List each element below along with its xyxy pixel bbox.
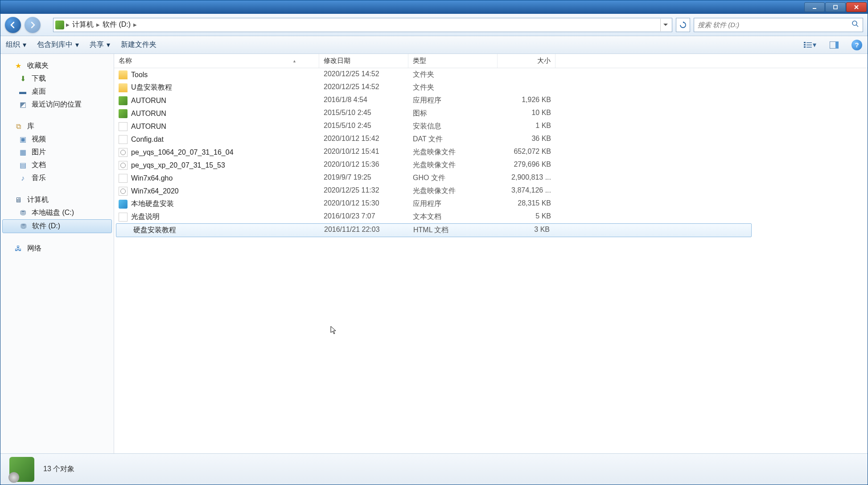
- library-icon: ⧉: [14, 122, 23, 131]
- breadcrumb-arrow-icon[interactable]: ▶: [66, 22, 70, 27]
- sidebar-music[interactable]: ♪ 音乐: [0, 172, 114, 185]
- file-name: pe_yqs_1064_20_07_31_16_04: [131, 148, 234, 156]
- sort-indicator-icon: ▲: [292, 59, 296, 63]
- file-type-icon: [119, 174, 128, 183]
- file-row[interactable]: Tools2020/12/25 14:52文件夹: [114, 68, 868, 81]
- column-type[interactable]: 类型: [408, 54, 498, 68]
- file-size: [498, 82, 555, 93]
- file-type: 文件夹: [408, 82, 498, 93]
- breadcrumb-arrow-icon[interactable]: ▶: [133, 22, 137, 27]
- navigation-sidebar: ★ 收藏夹 ⬇ 下载 ▬ 桌面 ◩ 最近访问的位置 ⧉: [0, 54, 114, 453]
- file-list-area[interactable]: 名称 ▲ 修改日期 类型 大小 Tools2020/12/25 14:52文件夹…: [114, 54, 868, 453]
- sidebar-libraries[interactable]: ⧉ 库: [0, 120, 114, 133]
- file-size: 10 KB: [498, 108, 555, 119]
- file-date: 2020/10/12 15:36: [319, 160, 408, 171]
- sidebar-computer[interactable]: 🖥 计算机: [0, 193, 114, 206]
- file-date: 2020/12/25 14:52: [319, 69, 408, 80]
- file-row[interactable]: AUTORUN2015/5/10 2:45安装信息1 KB: [114, 120, 868, 133]
- file-row[interactable]: U盘安装教程2020/12/25 14:52文件夹: [114, 81, 868, 94]
- preview-pane-button[interactable]: [827, 38, 841, 52]
- file-name: pe_yqs_xp_20_07_31_15_53: [131, 161, 225, 169]
- file-row[interactable]: 硬盘安装教程2016/11/21 22:03HTML 文档3 KB: [116, 223, 752, 237]
- svg-rect-10: [835, 41, 839, 49]
- help-icon: ?: [855, 41, 859, 49]
- column-size[interactable]: 大小: [498, 54, 555, 68]
- file-row[interactable]: Config.dat2020/10/12 15:42DAT 文件36 KB: [114, 133, 868, 146]
- include-library-menu[interactable]: 包含到库中 ▾: [37, 40, 79, 49]
- back-button[interactable]: [5, 17, 21, 33]
- file-row[interactable]: pe_yqs_1064_20_07_31_16_042020/10/12 15:…: [114, 146, 868, 159]
- svg-rect-7: [804, 46, 806, 48]
- share-menu[interactable]: 共享 ▾: [90, 40, 110, 49]
- file-row[interactable]: AUTORUN2016/1/8 4:54应用程序1,926 KB: [114, 94, 868, 107]
- minimize-icon: [812, 4, 817, 10]
- svg-rect-4: [806, 42, 812, 43]
- search-input[interactable]: [698, 21, 852, 29]
- sidebar-desktop[interactable]: ▬ 桌面: [0, 85, 114, 98]
- maximize-button[interactable]: [825, 2, 846, 12]
- file-type: GHO 文件: [408, 173, 498, 184]
- drive-icon: [55, 21, 64, 29]
- sidebar-item-label: 音乐: [32, 173, 46, 183]
- help-button[interactable]: ?: [852, 40, 862, 50]
- file-row[interactable]: pe_yqs_xp_20_07_31_15_532020/10/12 15:36…: [114, 159, 868, 172]
- new-folder-button[interactable]: 新建文件夹: [121, 40, 156, 49]
- file-size: 2,900,813 ...: [498, 173, 555, 184]
- sidebar-recent[interactable]: ◩ 最近访问的位置: [0, 98, 114, 111]
- breadcrumb-drive[interactable]: 软件 (D:): [100, 20, 133, 29]
- file-row[interactable]: AUTORUN2015/5/10 2:45图标10 KB: [114, 107, 868, 120]
- sidebar-software-d[interactable]: ⛃ 软件 (D:): [2, 219, 112, 233]
- explorer-window: ▶ 计算机 ▶ 软件 (D:) ▶ 组织 ▾ 包含到库中 ▾: [0, 0, 868, 485]
- sidebar-network[interactable]: 🖧 网络: [0, 242, 114, 255]
- minimize-button[interactable]: [804, 2, 825, 12]
- view-mode-button[interactable]: ▾: [803, 38, 817, 52]
- file-type-icon: [119, 187, 128, 196]
- file-date: 2020/10/12 15:30: [319, 198, 408, 210]
- titlebar: [0, 0, 868, 14]
- organize-menu[interactable]: 组织 ▾: [6, 40, 26, 49]
- breadcrumb-computer[interactable]: 计算机: [70, 20, 96, 29]
- sidebar-pictures[interactable]: ▦ 图片: [0, 146, 114, 159]
- file-name: 光盘说明: [131, 212, 160, 222]
- file-type: HTML 文档: [409, 225, 498, 236]
- file-row[interactable]: 光盘说明2016/10/23 7:07文本文档5 KB: [114, 210, 868, 223]
- svg-rect-6: [806, 45, 812, 45]
- file-date: 2016/11/21 22:03: [320, 225, 409, 236]
- address-bar[interactable]: ▶ 计算机 ▶ 软件 (D:) ▶: [53, 18, 672, 32]
- sidebar-item-label: 文档: [32, 160, 46, 170]
- file-row[interactable]: 本地硬盘安装2020/10/12 15:30应用程序28,315 KB: [114, 197, 868, 210]
- file-name: 本地硬盘安装: [131, 199, 174, 209]
- file-size: 652,072 KB: [498, 147, 555, 158]
- file-type: 光盘映像文件: [408, 147, 498, 158]
- column-date[interactable]: 修改日期: [319, 54, 408, 68]
- file-date: 2020/10/12 15:42: [319, 134, 408, 145]
- file-size: 3 KB: [498, 225, 554, 236]
- breadcrumb-arrow-icon[interactable]: ▶: [96, 22, 100, 27]
- file-type: 光盘映像文件: [408, 185, 498, 197]
- back-arrow-icon: [9, 21, 17, 29]
- file-type: 应用程序: [408, 198, 498, 210]
- sidebar-documents[interactable]: ▤ 文档: [0, 159, 114, 172]
- file-type-icon: [119, 109, 128, 118]
- sidebar-item-label: 库: [27, 122, 34, 131]
- column-label: 名称: [119, 57, 132, 65]
- sidebar-downloads[interactable]: ⬇ 下载: [0, 72, 114, 85]
- file-size: 3,874,126 ...: [498, 185, 555, 197]
- sidebar-local-c[interactable]: ⛃ 本地磁盘 (C:): [0, 206, 114, 219]
- file-size: [498, 69, 555, 80]
- file-name: Win7x64_2020: [131, 187, 179, 195]
- sidebar-favorites[interactable]: ★ 收藏夹: [0, 59, 114, 72]
- close-button[interactable]: [846, 2, 867, 12]
- sidebar-videos[interactable]: ▣ 视频: [0, 133, 114, 146]
- music-icon: ♪: [18, 174, 27, 183]
- search-box[interactable]: [694, 18, 863, 32]
- forward-button[interactable]: [25, 17, 41, 33]
- file-row[interactable]: Win7x64_20202020/12/25 11:32光盘映像文件3,874,…: [114, 185, 868, 197]
- address-dropdown[interactable]: [660, 19, 670, 31]
- column-name[interactable]: 名称 ▲: [114, 54, 319, 68]
- file-row[interactable]: Win7x64.gho2019/9/7 19:25GHO 文件2,900,813…: [114, 172, 868, 185]
- refresh-button[interactable]: [676, 18, 690, 32]
- chevron-down-icon: [663, 24, 668, 26]
- svg-rect-8: [806, 47, 812, 48]
- sidebar-item-label: 本地磁盘 (C:): [32, 208, 74, 218]
